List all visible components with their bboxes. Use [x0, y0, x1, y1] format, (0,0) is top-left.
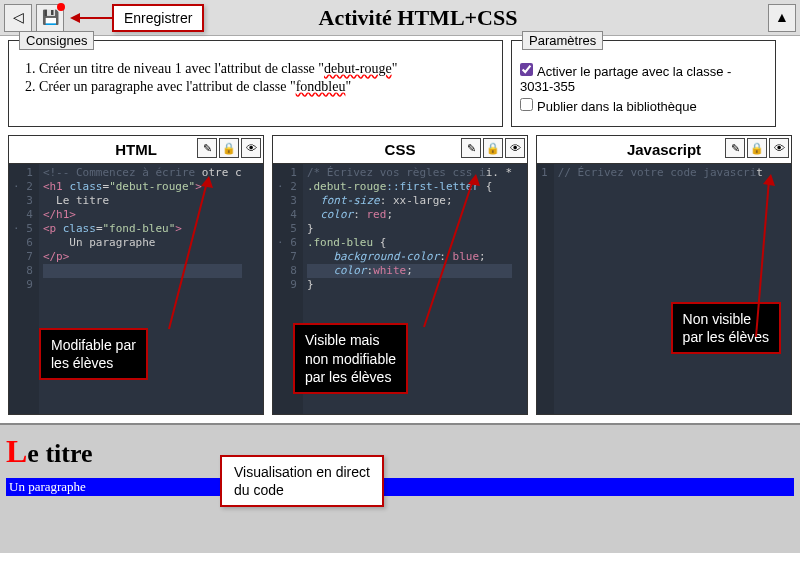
- lock-icon[interactable]: 🔒: [747, 138, 767, 158]
- params-label: Paramètres: [522, 31, 603, 50]
- expand-button[interactable]: ▲: [768, 4, 796, 32]
- lock-icon[interactable]: 🔒: [483, 138, 503, 158]
- html-callout: Modifable parles élèves: [39, 328, 148, 380]
- instruction-1: Créer un titre de niveau 1 avec l'attrib…: [39, 61, 494, 77]
- css-editor: CSS ✎ 🔒 👁 1· 2345· 6789 /* Écrivez vos r…: [272, 135, 528, 415]
- back-button[interactable]: ◁: [4, 4, 32, 32]
- edit-icon[interactable]: ✎: [725, 138, 745, 158]
- save-callout: Enregistrer: [112, 4, 204, 32]
- html-editor: HTML ✎ 🔒 👁 1· 234· 56789 <!-- Commencez …: [8, 135, 264, 415]
- css-code-area[interactable]: 1· 2345· 6789 /* Écrivez vos règles css …: [273, 164, 527, 414]
- instruction-2: Créer un paragraphe avec l'attribut de c…: [39, 79, 494, 95]
- css-header: CSS ✎ 🔒 👁: [273, 136, 527, 164]
- hide-icon[interactable]: 👁: [241, 138, 261, 158]
- html-title: HTML: [115, 141, 157, 158]
- js-title: Javascript: [627, 141, 701, 158]
- publish-checkbox[interactable]: [520, 98, 533, 111]
- js-header: Javascript ✎ 🔒 👁: [537, 136, 791, 164]
- preview-paragraph: Un paragraphe: [6, 478, 794, 496]
- share-checkbox[interactable]: [520, 63, 533, 76]
- save-button[interactable]: 💾: [36, 4, 64, 32]
- js-code-area[interactable]: 1 // Écrivez votre code javascrit Non vi…: [537, 164, 791, 414]
- share-checkbox-row[interactable]: Activer le partage avec la classe - 3031…: [520, 63, 767, 94]
- instructions-box: Consignes Créer un titre de niveau 1 ave…: [8, 40, 503, 127]
- instructions-label: Consignes: [19, 31, 94, 50]
- params-box: Paramètres Activer le partage avec la cl…: [511, 40, 776, 127]
- html-code-area[interactable]: 1· 234· 56789 <!-- Commencez à écrire ot…: [9, 164, 263, 414]
- edit-icon[interactable]: ✎: [461, 138, 481, 158]
- hide-icon[interactable]: 👁: [769, 138, 789, 158]
- js-callout: Non visiblepar les élèves: [671, 302, 781, 354]
- css-title: CSS: [385, 141, 416, 158]
- hide-icon[interactable]: 👁: [505, 138, 525, 158]
- preview-panel: Le titre Un paragraphe Visualisation en …: [0, 423, 800, 553]
- css-callout: Visible maisnon modifiablepar les élèves: [293, 323, 408, 394]
- preview-heading: Le titre: [6, 433, 794, 470]
- html-header: HTML ✎ 🔒 👁: [9, 136, 263, 164]
- edit-icon[interactable]: ✎: [197, 138, 217, 158]
- js-editor: Javascript ✎ 🔒 👁 1 // Écrivez votre code…: [536, 135, 792, 415]
- publish-checkbox-row[interactable]: Publier dans la bibliothèque: [520, 98, 767, 114]
- preview-callout: Visualisation en directdu code: [220, 455, 384, 507]
- lock-icon[interactable]: 🔒: [219, 138, 239, 158]
